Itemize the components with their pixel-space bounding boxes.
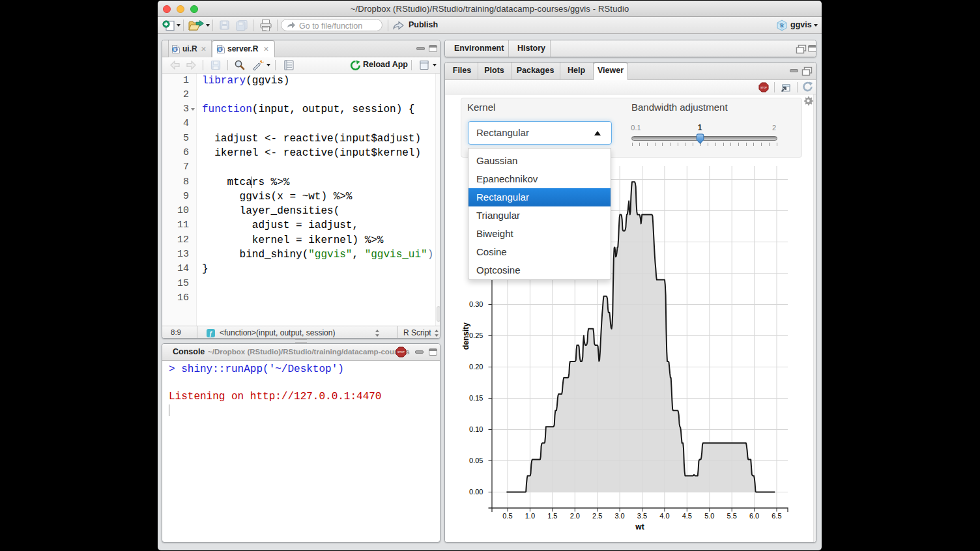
svg-text:0.05: 0.05 [469, 457, 483, 464]
svg-text:0.00: 0.00 [469, 488, 483, 496]
svg-text:R: R [780, 22, 785, 29]
svg-text:6.5: 6.5 [771, 512, 781, 520]
svg-text:1.0: 1.0 [525, 512, 535, 520]
svg-text:2.5: 2.5 [592, 512, 602, 520]
svg-text:density: density [461, 322, 470, 350]
svg-text:wt: wt [635, 522, 644, 531]
svg-text:1.5: 1.5 [547, 512, 557, 520]
svg-text:5.0: 5.0 [704, 512, 714, 520]
svg-text:3.0: 3.0 [614, 512, 624, 520]
svg-text:5.5: 5.5 [727, 512, 737, 520]
svg-text:0.20: 0.20 [469, 363, 483, 371]
svg-text:0.10: 0.10 [469, 425, 483, 433]
svg-text:0.30: 0.30 [469, 300, 483, 308]
svg-text:4.0: 4.0 [659, 512, 669, 520]
svg-text:STOP: STOP [760, 87, 768, 89]
svg-text:2.0: 2.0 [570, 512, 580, 520]
svg-text:0.15: 0.15 [469, 394, 483, 402]
svg-text:6.0: 6.0 [749, 512, 759, 520]
svg-text:0.25: 0.25 [469, 332, 483, 339]
svg-text:3.5: 3.5 [637, 512, 647, 520]
svg-text:R: R [173, 47, 177, 53]
svg-text:0.5: 0.5 [502, 512, 512, 520]
svg-text:4.5: 4.5 [682, 512, 692, 520]
svg-text:STOP: STOP [397, 350, 405, 354]
svg-text:R: R [218, 47, 222, 53]
